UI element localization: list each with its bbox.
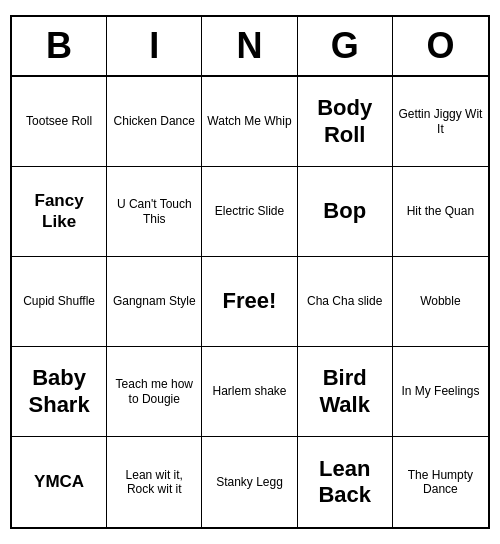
- header-letter: O: [393, 17, 488, 75]
- bingo-cell: Hit the Quan: [393, 167, 488, 257]
- bingo-grid: Tootsee RollChicken DanceWatch Me WhipBo…: [12, 77, 488, 527]
- bingo-cell: U Can't Touch This: [107, 167, 202, 257]
- bingo-cell: Harlem shake: [202, 347, 297, 437]
- header-letter: I: [107, 17, 202, 75]
- bingo-cell: Cupid Shuffle: [12, 257, 107, 347]
- bingo-cell: The Humpty Dance: [393, 437, 488, 527]
- bingo-cell: In My Feelings: [393, 347, 488, 437]
- bingo-cell: Chicken Dance: [107, 77, 202, 167]
- bingo-cell: Cha Cha slide: [298, 257, 393, 347]
- bingo-cell: Gettin Jiggy Wit It: [393, 77, 488, 167]
- bingo-cell: Lean Back: [298, 437, 393, 527]
- bingo-cell: Fancy Like: [12, 167, 107, 257]
- bingo-cell: Watch Me Whip: [202, 77, 297, 167]
- bingo-cell: Gangnam Style: [107, 257, 202, 347]
- bingo-cell: Bop: [298, 167, 393, 257]
- header-letter: G: [298, 17, 393, 75]
- bingo-cell: Bird Walk: [298, 347, 393, 437]
- bingo-cell: Lean wit it, Rock wit it: [107, 437, 202, 527]
- header-letter: B: [12, 17, 107, 75]
- bingo-cell: Wobble: [393, 257, 488, 347]
- bingo-cell: Baby Shark: [12, 347, 107, 437]
- bingo-cell: Stanky Legg: [202, 437, 297, 527]
- bingo-cell: Tootsee Roll: [12, 77, 107, 167]
- header-letter: N: [202, 17, 297, 75]
- bingo-cell: YMCA: [12, 437, 107, 527]
- bingo-cell: Electric Slide: [202, 167, 297, 257]
- bingo-cell: Body Roll: [298, 77, 393, 167]
- bingo-card: BINGO Tootsee RollChicken DanceWatch Me …: [10, 15, 490, 529]
- bingo-cell: Free!: [202, 257, 297, 347]
- bingo-cell: Teach me how to Dougie: [107, 347, 202, 437]
- bingo-header: BINGO: [12, 17, 488, 77]
